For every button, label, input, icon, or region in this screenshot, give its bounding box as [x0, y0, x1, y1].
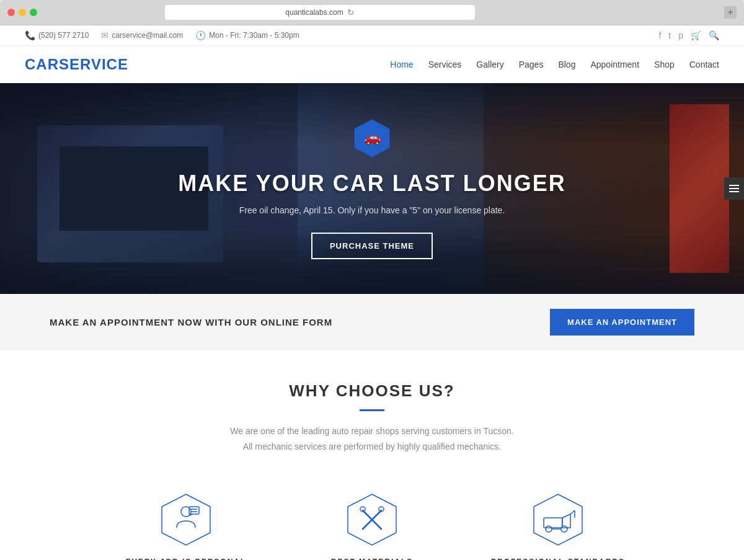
why-section: WHY CHOOSE US? We are one of the leading… [0, 350, 744, 560]
nav-item-pages[interactable]: Pages [519, 59, 544, 70]
hexagon-svg-materials [344, 492, 400, 548]
hero-content: 🚗 MAKE YOUR CAR LAST LONGER Free oil cha… [178, 118, 565, 259]
email-icon: ✉ [101, 30, 108, 40]
new-tab-button[interactable]: + [724, 6, 737, 19]
navbar: CARSERVICE Home Services Gallery Pages B… [0, 46, 744, 83]
feature-label-standards: PROFESSIONAL STANDARDS [490, 558, 626, 560]
nav-item-home[interactable]: Home [390, 59, 413, 70]
nav-link-contact[interactable]: Contact [689, 60, 719, 69]
pinterest-icon[interactable]: p [678, 30, 683, 40]
phone-icon: 📞 [25, 30, 35, 40]
browser-titlebar: quanticalabs.com ↻ + [0, 0, 744, 25]
features-grid: EVERY JOB IS PERSONAL BE [50, 479, 694, 560]
hero-section: 🚗 MAKE YOUR CAR LAST LONGER Free oil cha… [0, 83, 744, 294]
url-text: quanticalabs.com [285, 8, 343, 17]
hero-subtitle: Free oil change, April 15. Only if you h… [178, 205, 565, 215]
side-bar-line-3 [729, 191, 739, 192]
feature-card-standards: PROFESSIONAL STANDARDS [490, 492, 626, 560]
nav-item-blog[interactable]: Blog [558, 59, 575, 70]
feature-card-materials: BEST MATERIALS [304, 492, 440, 560]
nav-link-home[interactable]: Home [390, 60, 413, 69]
feature-hex-standards [530, 492, 586, 548]
phone-text: (520) 577 2710 [38, 31, 89, 40]
top-bar: 📞 (520) 577 2710 ✉ carservice@mail.com 🕐… [0, 25, 744, 46]
hero-title: MAKE YOUR CAR LAST LONGER [178, 171, 565, 197]
why-section-title: WHY CHOOSE US? [50, 381, 694, 401]
nav-link-appointment[interactable]: Appointment [590, 60, 639, 69]
nav-link-shop[interactable]: Shop [654, 60, 675, 69]
browser-window: quanticalabs.com ↻ + 📞 (520) 577 2710 ✉ … [0, 0, 744, 560]
topbar-right: f t p 🛒 🔍 [658, 30, 719, 40]
hero-hex-container: 🚗 [352, 118, 392, 158]
feature-card-personal: EVERY JOB IS PERSONAL [118, 492, 254, 560]
svg-line-16 [570, 510, 575, 514]
nav-links: Home Services Gallery Pages Blog Appoint… [390, 59, 719, 70]
hero-hexagon-icon: 🚗 [352, 118, 392, 158]
nav-link-blog[interactable]: Blog [558, 60, 575, 69]
why-section-desc: We are one of the leading auto repair sh… [50, 424, 694, 455]
feature-label-personal: EVERY JOB IS PERSONAL [118, 558, 254, 560]
feature-hex-materials [344, 492, 400, 548]
facebook-icon[interactable]: f [658, 30, 661, 40]
nav-link-pages[interactable]: Pages [519, 60, 544, 69]
nav-link-gallery[interactable]: Gallery [476, 60, 503, 69]
svg-point-18 [546, 526, 552, 532]
email-text: carservice@mail.com [112, 31, 183, 40]
phone-item: 📞 (520) 577 2710 [25, 30, 89, 40]
nav-item-services[interactable]: Services [428, 59, 462, 70]
side-bar-line-2 [729, 188, 739, 189]
hexagon-svg-standards [530, 492, 586, 548]
nav-item-shop[interactable]: Shop [654, 59, 675, 70]
nav-item-contact[interactable]: Contact [689, 59, 719, 70]
cart-icon[interactable]: 🛒 [691, 30, 701, 40]
maximize-button[interactable] [30, 9, 37, 16]
site-logo[interactable]: CARSERVICE [25, 56, 128, 73]
appointment-banner-text: MAKE AN APPOINTMENT NOW WITH OUR ONLINE … [50, 317, 332, 327]
appointment-banner: MAKE AN APPOINTMENT NOW WITH OUR ONLINE … [0, 294, 744, 350]
hours-text: Mon - Fri: 7:30am - 5:30pm [209, 31, 299, 40]
feature-hex-personal [158, 492, 214, 548]
svg-text:🚗: 🚗 [363, 129, 381, 146]
feature-label-materials: BEST MATERIALS [304, 558, 440, 560]
hexagon-svg-personal [158, 492, 214, 548]
svg-point-19 [561, 526, 567, 532]
section-divider [360, 409, 384, 411]
side-bar-line-1 [729, 185, 739, 186]
svg-marker-2 [162, 494, 210, 545]
nav-item-gallery[interactable]: Gallery [476, 59, 503, 70]
hero-side-panel[interactable] [724, 177, 744, 200]
traffic-lights [7, 9, 37, 16]
search-icon[interactable]: 🔍 [709, 30, 719, 40]
clock-icon: 🕐 [195, 30, 206, 40]
topbar-left: 📞 (520) 577 2710 ✉ carservice@mail.com 🕐… [25, 30, 299, 40]
nav-link-services[interactable]: Services [428, 60, 462, 69]
hours-item: 🕐 Mon - Fri: 7:30am - 5:30pm [195, 30, 299, 40]
purchase-theme-button[interactable]: PURCHASE THEME [311, 233, 433, 259]
minimize-button[interactable] [19, 9, 26, 16]
address-bar[interactable]: quanticalabs.com ↻ [165, 5, 475, 20]
svg-marker-13 [534, 494, 582, 545]
email-item: ✉ carservice@mail.com [101, 30, 183, 40]
nav-item-appointment[interactable]: Appointment [590, 59, 639, 70]
make-appointment-button[interactable]: MAKE AN APPOINTMENT [550, 309, 694, 336]
twitter-icon[interactable]: t [668, 30, 671, 40]
reload-icon[interactable]: ↻ [347, 7, 355, 17]
close-button[interactable] [7, 9, 15, 16]
website-content: 📞 (520) 577 2710 ✉ carservice@mail.com 🕐… [0, 25, 744, 560]
